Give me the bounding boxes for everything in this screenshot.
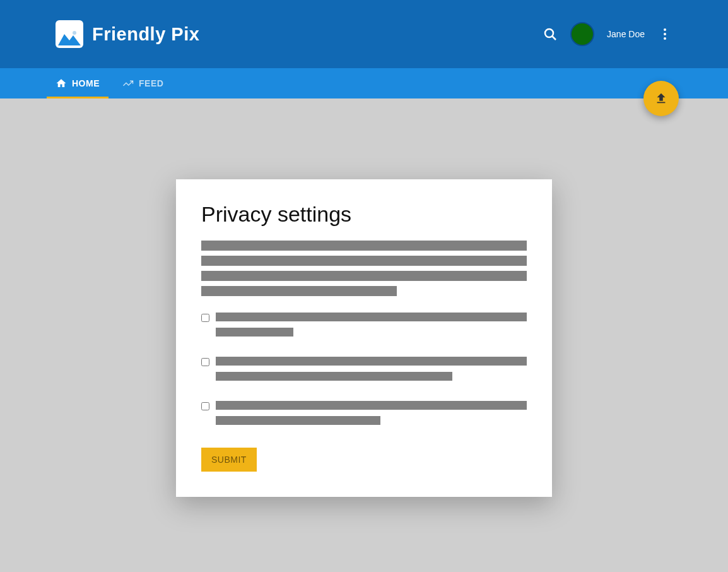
redacted-option-text — [216, 401, 527, 431]
redacted-option-text — [216, 357, 527, 387]
home-icon — [56, 78, 67, 89]
tab-feed[interactable]: FEED — [122, 68, 163, 98]
privacy-option-1 — [201, 313, 527, 343]
logo-area[interactable]: Friendly Pix — [56, 20, 199, 48]
svg-line-2 — [553, 37, 556, 40]
app-logo-icon — [56, 20, 83, 48]
privacy-checkbox-2[interactable] — [201, 358, 209, 366]
privacy-settings-card: Privacy settings — [176, 179, 552, 497]
app-title: Friendly Pix — [92, 24, 199, 45]
app-header: Friendly Pix Jane Doe — [0, 0, 728, 68]
upload-fab[interactable] — [643, 81, 679, 116]
content-area: Privacy settings — [0, 98, 728, 572]
nav-bar: HOME FEED — [0, 68, 728, 98]
trending-icon — [122, 78, 134, 89]
search-icon[interactable] — [543, 27, 558, 42]
header-right: Jane Doe — [543, 22, 672, 46]
privacy-checkbox-1[interactable] — [201, 314, 209, 322]
card-title: Privacy settings — [201, 202, 527, 227]
username-label[interactable]: Jane Doe — [607, 29, 645, 39]
privacy-option-2 — [201, 357, 527, 387]
user-avatar[interactable] — [570, 22, 594, 46]
submit-button[interactable]: SUBMIT — [201, 448, 257, 472]
svg-point-0 — [73, 31, 76, 35]
redacted-option-text — [216, 313, 527, 343]
svg-point-4 — [664, 33, 666, 35]
svg-point-3 — [664, 28, 666, 31]
redacted-intro-text — [201, 241, 527, 296]
tab-home[interactable]: HOME — [56, 68, 100, 98]
svg-point-1 — [545, 29, 553, 37]
privacy-checkbox-3[interactable] — [201, 402, 209, 410]
more-vert-icon[interactable] — [657, 27, 672, 42]
privacy-option-3 — [201, 401, 527, 431]
svg-point-5 — [664, 37, 666, 40]
tab-label: HOME — [72, 78, 100, 88]
tab-label: FEED — [139, 78, 163, 88]
upload-icon — [654, 92, 668, 105]
